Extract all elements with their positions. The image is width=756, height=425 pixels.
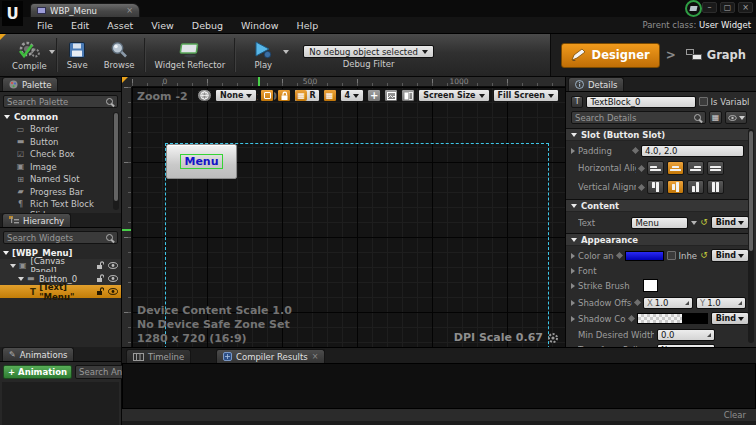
palette-tab[interactable]: Palette bbox=[2, 77, 58, 91]
hierarchy-search-input[interactable]: Search Widgets bbox=[3, 231, 118, 244]
property-matrix-button[interactable]: ▦ bbox=[709, 111, 722, 124]
shadow-offset-x-field[interactable]: X1.0 bbox=[643, 297, 693, 309]
caret-down-icon[interactable] bbox=[10, 264, 16, 268]
flip-preview-button[interactable] bbox=[401, 89, 415, 102]
save-button[interactable]: Save bbox=[59, 34, 96, 76]
add-animation-button[interactable]: + Animation bbox=[3, 365, 72, 379]
text-dropdown-caret-icon[interactable] bbox=[691, 221, 697, 225]
valign-top-button[interactable] bbox=[647, 180, 664, 194]
lock-icon[interactable] bbox=[96, 261, 104, 270]
clear-log-button[interactable]: Clear bbox=[724, 410, 746, 420]
play-button[interactable]: Play bbox=[237, 34, 289, 76]
keyframe-icon[interactable] bbox=[638, 183, 645, 190]
document-tab[interactable]: WBP_Menu × bbox=[30, 3, 140, 17]
details-scrollbar[interactable] bbox=[748, 129, 754, 343]
min-desired-width-field[interactable]: 0.0 bbox=[657, 329, 715, 341]
tab-close-icon[interactable]: × bbox=[126, 6, 133, 15]
content-section-header[interactable]: Content bbox=[566, 199, 749, 212]
lock-icon[interactable] bbox=[96, 274, 104, 283]
reset-to-default-icon[interactable]: ↺ bbox=[700, 251, 708, 260]
animations-tab[interactable]: ✎ Animations bbox=[2, 347, 74, 361]
localization-preview-dropdown[interactable]: None bbox=[215, 89, 257, 102]
strike-brush-swatch[interactable] bbox=[643, 279, 658, 292]
expand-caret-icon[interactable] bbox=[571, 316, 575, 322]
widget-reflector-button[interactable]: Widget Reflector bbox=[147, 34, 234, 76]
menu-widget-button[interactable]: Menu bbox=[166, 144, 237, 179]
details-search-input[interactable]: Search Details bbox=[571, 111, 706, 124]
fill-screen-dropdown[interactable]: Fill Screen bbox=[493, 89, 559, 102]
expand-caret-icon[interactable] bbox=[571, 283, 575, 289]
debug-object-dropdown[interactable]: No debug object selected bbox=[303, 45, 434, 58]
caret-down-icon[interactable] bbox=[3, 251, 9, 255]
halign-right-button[interactable] bbox=[687, 161, 704, 175]
keyframe-icon[interactable] bbox=[634, 299, 641, 306]
shadow-offset-y-field[interactable]: Y1.0 bbox=[696, 297, 746, 309]
keyframe-icon[interactable] bbox=[628, 315, 635, 322]
padding-field[interactable]: 4.0, 2.0 bbox=[641, 145, 744, 157]
keyframe-icon[interactable] bbox=[632, 147, 639, 154]
palette-item-border[interactable]: ▭Border bbox=[0, 123, 121, 136]
menu-help[interactable]: Help bbox=[288, 20, 328, 31]
expand-caret-icon[interactable] bbox=[571, 148, 575, 154]
menu-debug[interactable]: Debug bbox=[183, 20, 232, 31]
expand-caret-icon[interactable] bbox=[571, 300, 575, 306]
reset-to-default-icon[interactable]: ↺ bbox=[700, 218, 708, 227]
menu-edit[interactable]: Edit bbox=[62, 20, 98, 31]
widget-name-field[interactable]: TextBlock_0 bbox=[586, 96, 695, 108]
transform-mode-button[interactable]: + bbox=[367, 89, 381, 102]
inherit-checkbox[interactable] bbox=[667, 251, 676, 260]
compiler-results-log[interactable] bbox=[122, 363, 756, 409]
halign-center-button[interactable] bbox=[667, 161, 684, 175]
is-variable-checkbox[interactable] bbox=[699, 97, 708, 106]
localization-globe-button[interactable] bbox=[197, 89, 212, 102]
outline-toggle-button[interactable] bbox=[260, 89, 274, 102]
respect-locks-toggle[interactable]: ▦ R bbox=[294, 89, 319, 102]
timeline-tab[interactable]: Timeline bbox=[126, 349, 191, 363]
slot-section-header[interactable]: Slot (Button Slot) bbox=[566, 128, 749, 141]
eye-icon[interactable] bbox=[108, 288, 118, 295]
palette-item-namedslot[interactable]: ⊞Named Slot bbox=[0, 173, 121, 186]
valign-bottom-button[interactable] bbox=[687, 180, 704, 194]
palette-item-checkbox[interactable]: ☑Check Box bbox=[0, 148, 121, 161]
keyframe-icon[interactable] bbox=[638, 164, 645, 171]
text-bind-button[interactable]: Bind bbox=[711, 216, 749, 229]
maximize-button[interactable]: ▢ bbox=[720, 2, 735, 13]
compile-dropdown-caret-icon[interactable] bbox=[49, 50, 55, 54]
snap-grid-toggle[interactable]: ▦ bbox=[323, 89, 337, 102]
menu-window[interactable]: Window bbox=[232, 20, 287, 31]
caret-down-icon[interactable] bbox=[18, 277, 24, 281]
hierarchy-canvaspanel-row[interactable]: ▣ [Canvas Panel] bbox=[0, 259, 121, 272]
text-value-field[interactable]: Menu bbox=[631, 217, 688, 229]
compile-button[interactable]: Compile bbox=[0, 34, 55, 76]
palette-scrollbar[interactable] bbox=[113, 112, 119, 210]
expand-caret-icon[interactable] bbox=[571, 253, 575, 259]
halign-left-button[interactable] bbox=[647, 161, 664, 175]
expand-caret-icon[interactable] bbox=[571, 268, 575, 274]
close-button[interactable]: × bbox=[738, 2, 753, 13]
menu-view[interactable]: View bbox=[142, 20, 183, 31]
palette-search-input[interactable]: Search Palette bbox=[3, 95, 118, 108]
dpi-settings-gear-icon[interactable] bbox=[547, 332, 559, 344]
lock-icon[interactable] bbox=[96, 287, 104, 296]
color-swatch-blue[interactable] bbox=[625, 251, 663, 261]
shadow-color-bind-button[interactable]: Bind bbox=[711, 312, 749, 325]
hierarchy-tab[interactable]: Hierarchy bbox=[2, 213, 71, 227]
valign-center-button[interactable] bbox=[667, 180, 684, 194]
shadow-color-swatch[interactable] bbox=[637, 313, 708, 324]
appearance-section-header[interactable]: Appearance bbox=[566, 233, 749, 246]
snap-grid-size-dropdown[interactable]: 4 bbox=[340, 89, 365, 102]
preview-background-button[interactable] bbox=[384, 89, 398, 102]
lock-widgets-button[interactable] bbox=[277, 89, 291, 102]
palette-item-progressbar[interactable]: ▰Progress Bar bbox=[0, 186, 121, 199]
halign-fill-button[interactable] bbox=[707, 161, 724, 175]
compiler-results-tab[interactable]: Compiler Results × bbox=[216, 349, 325, 363]
designer-viewport[interactable]: 0 500 1000 Menu Zoom -2 319 x 301 None bbox=[122, 77, 565, 347]
color-bind-button[interactable]: Bind bbox=[711, 249, 749, 262]
palette-item-richtextblock[interactable]: ¶Rich Text Block bbox=[0, 198, 121, 211]
valign-fill-button[interactable] bbox=[707, 180, 724, 194]
hierarchy-textblock-row-selected[interactable]: T [Text] "Menu" bbox=[0, 285, 121, 298]
minimize-button[interactable]: – bbox=[702, 2, 717, 13]
browse-button[interactable]: Browse bbox=[96, 34, 143, 76]
eye-icon[interactable] bbox=[108, 262, 118, 269]
view-options-button[interactable] bbox=[725, 111, 747, 124]
